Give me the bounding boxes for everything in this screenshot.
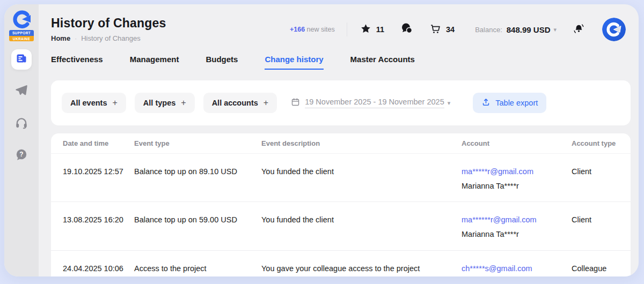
new-sites-count: +166 (290, 26, 305, 33)
svg-text:?: ? (19, 151, 23, 158)
filter-all-events[interactable]: All events + (62, 93, 126, 113)
history-table: Date and time Event type Event descripti… (51, 133, 631, 276)
cell-account-type: Colleague (572, 262, 620, 276)
balance-dropdown[interactable]: Balance: 848.99 USD ▾ (475, 25, 557, 34)
cell-account-type: Client (572, 165, 620, 192)
filter-all-types[interactable]: All types + (135, 93, 195, 113)
column-header-account-type: Account type (572, 139, 620, 147)
cell-datetime: 24.04.2025 10:06 (63, 262, 134, 276)
table-row: 24.04.2025 10:06 Access to the project C… (51, 251, 631, 276)
account-name: Ann Ko****s (462, 276, 572, 276)
breadcrumb-current: History of Changes (81, 34, 141, 42)
support-ukraine-badge: SUPPORT UKRAINE (9, 30, 34, 41)
tab-bar: Effectiveness Management Budgets Change … (39, 55, 639, 70)
event-text: Access to the project (134, 264, 207, 273)
plus-icon: + (264, 98, 268, 108)
event-text: Balance top up on 89.10 USD (134, 167, 237, 176)
tab-management[interactable]: Management (130, 55, 179, 70)
table-export-button[interactable]: Table export (473, 93, 546, 113)
cell-account: ch*****s@gmail.com Ann Ko****s (462, 262, 572, 276)
account-email-link[interactable]: ma******r@gmail.com (462, 215, 537, 224)
plus-icon: + (181, 98, 186, 108)
favorites-count: 11 (376, 25, 384, 34)
main-content: History of Changes Home · History of Cha… (39, 4, 639, 276)
filter-all-types-label: All types (143, 99, 175, 107)
collaborator-logo-icon (11, 10, 32, 29)
sidebar: SUPPORT UKRAINE (4, 4, 39, 276)
cart-counter[interactable]: 34 (429, 23, 455, 36)
new-sites-label: new sites (307, 26, 335, 33)
sidebar-nav: ? (11, 49, 32, 166)
sidebar-item-help[interactable]: ? (11, 146, 32, 166)
calendar-icon (291, 98, 305, 109)
account-name: Marianna Ta****r (462, 228, 572, 241)
question-bubble-icon: ? (14, 148, 28, 164)
upload-icon (481, 98, 491, 108)
sidebar-item-telegram[interactable] (11, 81, 32, 102)
chat-bubble-icon (400, 22, 413, 37)
column-header-account: Account (462, 139, 572, 147)
badge-ukraine-label: UKRAINE (9, 36, 34, 42)
newspaper-icon (15, 52, 28, 67)
collaborator-logo[interactable]: SUPPORT UKRAINE (9, 10, 34, 41)
filter-all-accounts-label: All accounts (212, 99, 258, 107)
title-block: History of Changes Home · History of Cha… (51, 16, 166, 42)
cell-event-type: Access to the project Collaborator.pl ha… (134, 262, 261, 276)
breadcrumb-separator: · (75, 35, 77, 42)
column-header-datetime: Date and time (63, 139, 134, 147)
headphones-icon (14, 116, 28, 132)
app-window: SUPPORT UKRAINE (4, 4, 639, 276)
date-range-picker[interactable]: 19 November 2025 - 19 November 2025 ▾ (291, 98, 450, 109)
cell-account: ma******r@gmail.com Marianna Ta****r (462, 213, 572, 241)
cell-account-type: Client (572, 213, 620, 241)
account-name: Marianna Ta****r (462, 180, 572, 193)
filter-all-events-label: All events (70, 99, 107, 107)
account-email-link[interactable]: ch*****s@gmail.com (462, 264, 532, 273)
balance-value: 848.99 USD (507, 25, 551, 34)
messages-button[interactable] (400, 22, 413, 37)
cart-icon (429, 23, 441, 36)
table-row: 19.10.2025 12:57 Balance top up on 89.10… (51, 154, 631, 202)
cart-count: 34 (446, 25, 455, 34)
breadcrumb-home-link[interactable]: Home (51, 34, 70, 42)
filter-all-accounts[interactable]: All accounts + (203, 93, 277, 113)
tab-budgets[interactable]: Budgets (206, 55, 238, 70)
notifications-button[interactable] (573, 23, 585, 37)
table-export-label: Table export (495, 99, 538, 107)
chevron-down-icon: ▾ (553, 26, 557, 33)
bell-icon (573, 23, 585, 37)
cell-datetime: 13.08.2025 16:20 (63, 213, 134, 241)
star-icon (360, 23, 371, 36)
filter-panel: All events + All types + All accounts + (51, 80, 631, 125)
account-email-link[interactable]: ma*****r@gmail.com (462, 167, 533, 176)
chevron-down-icon: ▾ (448, 100, 451, 107)
date-range-value: 19 November 2025 - 19 November 2025 (305, 98, 444, 108)
cell-event-type: Balance top up on 59.00 USD (134, 213, 261, 241)
topbar-right: +166 new sites 11 (290, 18, 626, 41)
cell-description: You funded the client (261, 213, 462, 241)
new-sites-indicator[interactable]: +166 new sites (290, 26, 335, 33)
avatar[interactable] (602, 18, 626, 41)
tab-effectiveness[interactable]: Effectiveness (51, 55, 103, 70)
table-header-row: Date and time Event type Event descripti… (51, 133, 631, 154)
balance-label: Balance: (475, 26, 502, 34)
paper-plane-icon (14, 84, 28, 100)
sidebar-item-support[interactable] (11, 114, 32, 134)
cell-datetime: 19.10.2025 12:57 (63, 165, 134, 192)
plus-icon: + (113, 98, 118, 108)
tab-change-history[interactable]: Change history (265, 55, 323, 70)
breadcrumb: Home · History of Changes (51, 34, 166, 42)
cell-description: You gave your colleague access to the pr… (261, 262, 462, 276)
cell-event-type: Balance top up on 89.10 USD (134, 165, 261, 192)
column-header-event-type: Event type (134, 139, 261, 147)
tab-master-accounts[interactable]: Master Accounts (350, 55, 415, 70)
sidebar-item-history[interactable] (11, 49, 32, 70)
topbar: History of Changes Home · History of Cha… (39, 4, 639, 42)
cell-account: ma*****r@gmail.com Marianna Ta****r (462, 165, 572, 192)
topbar-divider (347, 23, 347, 36)
column-header-event-description: Event description (261, 139, 462, 147)
event-text: Balance top up on 59.00 USD (134, 215, 237, 224)
page-title: History of Changes (51, 16, 166, 31)
favorites-counter[interactable]: 11 (360, 23, 384, 36)
badge-support-label: SUPPORT (9, 30, 34, 36)
